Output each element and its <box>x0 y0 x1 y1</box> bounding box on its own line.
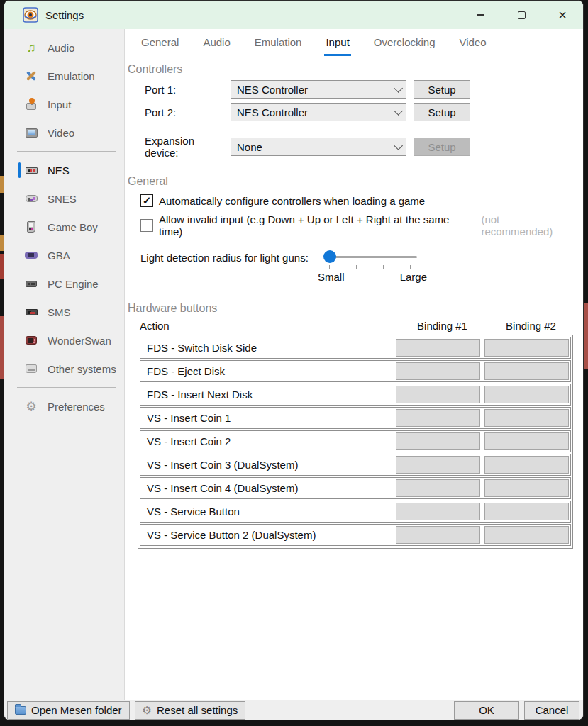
mesen-app-icon <box>23 7 38 23</box>
sidebar-item-label: SMS <box>48 306 71 318</box>
port1-select[interactable]: NES Controller <box>231 80 406 99</box>
sidebar-item-video[interactable]: Video <box>4 118 124 147</box>
expansion-select[interactable]: None <box>231 138 406 156</box>
auto-configure-label: Automatically configure controllers when… <box>159 195 425 207</box>
tab-audio[interactable]: Audio <box>201 29 231 56</box>
tab-general[interactable]: General <box>140 29 180 56</box>
binding2-button[interactable] <box>484 456 569 474</box>
sidebar-item-gba[interactable]: GBA <box>4 241 124 269</box>
auto-configure-checkbox[interactable]: ✓ <box>140 194 153 207</box>
slider-thumb[interactable] <box>323 250 336 263</box>
preferences-gear-icon: ⚙ <box>24 399 38 413</box>
reset-all-settings-label: Reset all settings <box>157 704 238 716</box>
binding2-button[interactable] <box>484 362 569 380</box>
port2-select-value: NES Controller <box>237 106 308 118</box>
tab-bar: General Audio Emulation Input Overclocki… <box>128 29 573 56</box>
reset-all-settings-button[interactable]: ⚙ Reset all settings <box>135 701 246 720</box>
minimize-button[interactable] <box>460 1 501 29</box>
table-row: FDS - Eject Disk <box>140 360 571 382</box>
sidebar-item-emulation[interactable]: Emulation <box>4 62 124 90</box>
sidebar-item-input[interactable]: Input <box>4 90 124 118</box>
tab-input[interactable]: Input <box>324 29 350 56</box>
hardware-action-label: VS - Insert Coin 1 <box>140 412 396 424</box>
sidebar-item-sms[interactable]: SMS <box>4 298 124 326</box>
expansion-select-value: None <box>237 141 262 153</box>
sidebar: ♫ Audio Emulation Input Video NES <box>4 29 125 700</box>
folder-icon <box>15 706 26 715</box>
sidebar-item-other-systems[interactable]: Other systems <box>4 354 124 383</box>
chevron-down-icon <box>394 141 403 150</box>
binding2-button[interactable] <box>484 503 569 520</box>
port1-setup-button[interactable]: Setup <box>414 80 470 99</box>
sidebar-item-nes[interactable]: NES <box>4 156 124 184</box>
sidebar-item-label: Preferences <box>48 401 105 413</box>
sidebar-item-label: PC Engine <box>48 278 99 290</box>
sidebar-item-gameboy[interactable]: Game Boy <box>4 213 124 241</box>
binding2-button[interactable] <box>484 526 569 544</box>
video-icon <box>24 125 38 140</box>
sidebar-item-label: Emulation <box>48 70 95 82</box>
sidebar-item-label: SNES <box>48 193 77 205</box>
sidebar-item-snes[interactable]: SNES <box>4 184 124 213</box>
binding2-button[interactable] <box>484 479 569 497</box>
table-row: VS - Insert Coin 1 <box>140 407 571 429</box>
reset-gear-icon: ⚙ <box>143 705 152 715</box>
ok-button[interactable]: OK <box>454 701 519 720</box>
port2-row: Port 2: NES Controller Setup <box>145 103 573 121</box>
open-mesen-folder-label: Open Mesen folder <box>31 704 122 716</box>
close-icon: × <box>558 8 567 22</box>
controllers-heading: Controllers <box>128 63 573 76</box>
binding1-column-header: Binding #1 <box>400 320 484 332</box>
port1-label: Port 1: <box>145 84 231 96</box>
sidebar-item-label: Input <box>48 99 71 111</box>
sidebar-item-wonderswan[interactable]: WonderSwan <box>4 326 124 354</box>
table-row: VS - Insert Coin 4 (DualSystem) <box>140 477 571 499</box>
table-row: FDS - Switch Disk Side <box>140 337 571 359</box>
binding2-button[interactable] <box>484 432 569 450</box>
hardware-action-label: VS - Service Button <box>140 506 396 518</box>
binding2-button[interactable] <box>484 386 569 403</box>
sms-icon <box>24 305 38 319</box>
slider-max-label: Large <box>400 271 427 283</box>
binding1-button[interactable] <box>396 503 480 520</box>
cancel-button[interactable]: Cancel <box>524 701 579 720</box>
binding2-button[interactable] <box>484 339 569 357</box>
tab-overclocking[interactable]: Overclocking <box>372 29 437 56</box>
binding1-button[interactable] <box>396 456 480 474</box>
gba-icon <box>24 248 38 262</box>
close-button[interactable]: × <box>542 1 583 29</box>
expansion-row: Expansion device: None Setup <box>145 135 573 159</box>
binding1-button[interactable] <box>396 409 480 427</box>
slider-track[interactable] <box>326 256 417 258</box>
sidebar-item-audio[interactable]: ♫ Audio <box>4 33 124 62</box>
maximize-icon <box>518 11 526 19</box>
sidebar-item-pcengine[interactable]: PC Engine <box>4 269 124 298</box>
binding1-button[interactable] <box>396 432 480 450</box>
hardware-buttons-table: FDS - Switch Disk Side FDS - Eject Disk … <box>138 335 573 549</box>
sidebar-item-preferences[interactable]: ⚙ Preferences <box>4 392 124 420</box>
binding1-button[interactable] <box>396 386 480 403</box>
maximize-button[interactable] <box>501 1 542 29</box>
light-radius-slider: Small Large <box>323 250 417 284</box>
allow-invalid-checkbox[interactable] <box>140 219 153 232</box>
allow-invalid-label: Allow invalid input (e.g Down + Up or Le… <box>159 213 472 238</box>
background-accent <box>584 303 588 369</box>
auto-configure-row: ✓ Automatically configure controllers wh… <box>140 194 573 207</box>
table-row: VS - Service Button <box>140 501 571 523</box>
hardware-buttons-heading: Hardware buttons <box>128 302 573 315</box>
binding1-button[interactable] <box>396 479 480 497</box>
chevron-down-icon <box>394 84 403 93</box>
hardware-action-label: VS - Insert Coin 2 <box>140 435 396 447</box>
binding1-button[interactable] <box>396 339 480 357</box>
minimize-icon <box>477 14 484 15</box>
binding1-button[interactable] <box>396 362 480 380</box>
binding1-button[interactable] <box>396 526 480 544</box>
sidebar-item-label: Video <box>48 127 74 139</box>
open-mesen-folder-button[interactable]: Open Mesen folder <box>7 701 130 720</box>
binding2-button[interactable] <box>484 409 569 427</box>
port2-setup-button[interactable]: Setup <box>414 103 470 121</box>
tab-emulation[interactable]: Emulation <box>253 29 304 56</box>
port2-select[interactable]: NES Controller <box>231 103 406 121</box>
tab-video[interactable]: Video <box>458 29 488 56</box>
hardware-action-label: VS - Insert Coin 4 (DualSystem) <box>140 482 396 494</box>
